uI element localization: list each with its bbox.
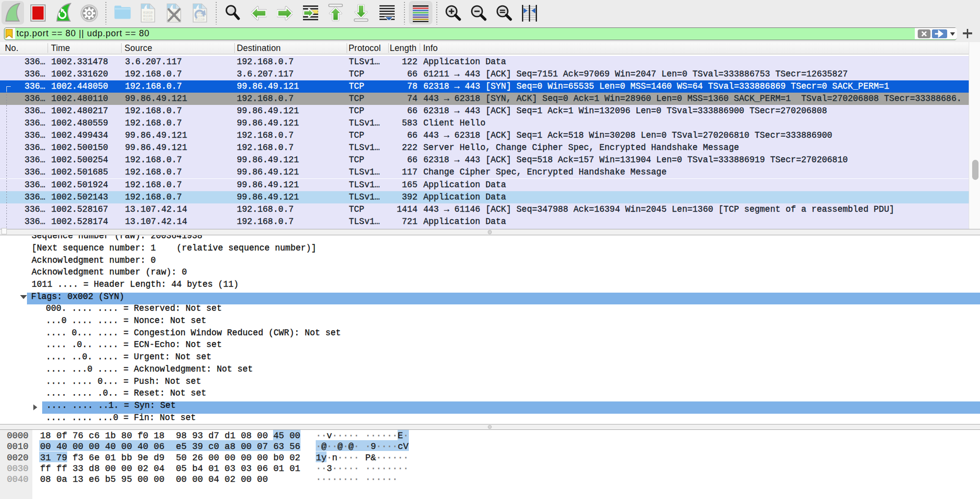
svg-text:01110: 01110 <box>143 18 153 22</box>
svg-text:01010: 01010 <box>143 11 153 15</box>
svg-text:01101: 01101 <box>143 15 153 18</box>
